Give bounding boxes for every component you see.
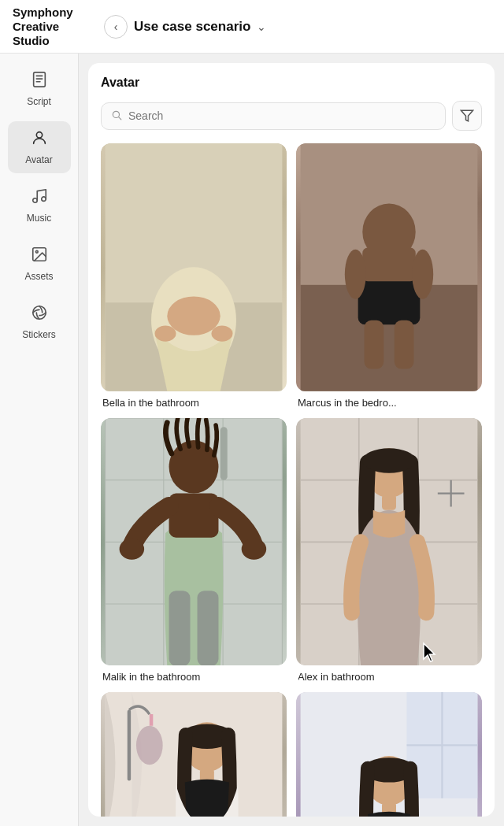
dropdown-icon[interactable]: ⌄ xyxy=(257,20,266,33)
sidebar-item-avatar-label: Avatar xyxy=(25,154,52,165)
search-icon xyxy=(111,109,122,123)
back-icon: ‹ xyxy=(114,20,118,33)
main-content: Avatar xyxy=(79,54,504,826)
svg-rect-37 xyxy=(169,493,219,537)
logo-line2: Creative Studio xyxy=(13,20,59,47)
avatar-card-alex[interactable]: Alex in bathroom xyxy=(296,418,482,683)
svg-point-8 xyxy=(35,250,38,253)
search-input[interactable] xyxy=(128,109,435,122)
avatar-card-alexbedroom[interactable]: Alex in bedroom xyxy=(296,692,482,817)
sidebar-item-script[interactable]: Script xyxy=(8,63,71,115)
avatar-label-bella: Bella in the bathroom xyxy=(101,397,287,409)
avatar-card-alexcloakroom[interactable]: Alex in cloakroom xyxy=(101,692,287,817)
avatar-card-marcus[interactable]: Marcus in the bedro... xyxy=(296,143,482,409)
sidebar-item-assets[interactable]: Assets xyxy=(8,238,71,290)
svg-point-18 xyxy=(211,325,232,341)
svg-rect-41 xyxy=(197,591,218,666)
avatar-label-malik: Malik in the bathroom xyxy=(101,671,287,683)
svg-point-16 xyxy=(167,296,220,335)
avatar-thumb-marcus xyxy=(296,143,482,391)
svg-rect-24 xyxy=(395,320,414,369)
music-icon xyxy=(31,187,48,209)
logo-line1: Symphony xyxy=(13,6,73,19)
filter-button[interactable] xyxy=(452,101,482,131)
svg-rect-25 xyxy=(362,248,415,282)
avatar-icon xyxy=(31,129,48,151)
page-title: Use case scenario xyxy=(134,19,250,35)
sidebar-item-stickers-label: Stickers xyxy=(22,329,56,340)
svg-rect-0 xyxy=(33,72,45,87)
sidebar-item-script-label: Script xyxy=(27,96,51,107)
stickers-icon xyxy=(31,304,48,326)
avatar-thumb-alexcloakroom xyxy=(101,692,287,817)
avatar-grid: Bella in the bathroom xyxy=(101,143,482,817)
svg-point-9 xyxy=(32,306,46,320)
svg-rect-22 xyxy=(358,276,421,325)
avatar-label-marcus: Marcus in the bedro... xyxy=(296,397,482,409)
avatar-card-malik[interactable]: Malik in the bathroom xyxy=(101,418,287,683)
svg-point-17 xyxy=(155,325,176,341)
svg-point-39 xyxy=(242,538,266,559)
svg-rect-54 xyxy=(128,710,131,781)
avatar-thumb-alex xyxy=(296,418,482,666)
svg-point-55 xyxy=(136,726,163,765)
panel-title: Avatar xyxy=(101,76,482,90)
svg-point-5 xyxy=(32,198,37,203)
assets-icon xyxy=(31,246,48,268)
avatar-card-bella[interactable]: Bella in the bathroom xyxy=(101,143,287,409)
logo: Symphony Creative Studio xyxy=(13,6,91,48)
header-nav: ‹ Use case scenario ⌄ xyxy=(104,15,266,39)
avatar-thumb-malik xyxy=(101,418,287,666)
svg-line-11 xyxy=(119,117,121,119)
svg-point-51 xyxy=(362,448,415,472)
svg-rect-40 xyxy=(169,591,191,666)
back-button[interactable]: ‹ xyxy=(104,15,128,39)
svg-point-26 xyxy=(345,250,366,299)
script-icon xyxy=(31,71,48,93)
search-bar xyxy=(101,101,482,131)
header: Symphony Creative Studio ‹ Use case scen… xyxy=(0,0,504,54)
search-input-wrap[interactable] xyxy=(101,102,446,130)
svg-marker-12 xyxy=(461,110,473,121)
sidebar: Script Avatar Music Assets Stickers xyxy=(0,0,79,826)
avatar-label-alex: Alex in bathroom xyxy=(296,671,482,683)
sidebar-item-avatar[interactable]: Avatar xyxy=(8,121,71,173)
sidebar-item-music[interactable]: Music xyxy=(8,180,71,232)
svg-point-36 xyxy=(169,440,219,493)
svg-point-27 xyxy=(412,250,433,299)
sidebar-item-music-label: Music xyxy=(27,213,51,224)
sidebar-item-stickers[interactable]: Stickers xyxy=(8,296,71,348)
svg-point-4 xyxy=(36,132,42,138)
svg-rect-23 xyxy=(365,320,384,369)
sidebar-item-assets-label: Assets xyxy=(24,271,53,282)
svg-point-38 xyxy=(120,538,144,559)
svg-rect-35 xyxy=(220,427,228,480)
avatar-panel: Avatar xyxy=(88,63,495,817)
svg-rect-52 xyxy=(382,494,396,509)
avatar-thumb-bella xyxy=(101,143,287,391)
avatar-thumb-alexbedroom xyxy=(296,692,482,817)
